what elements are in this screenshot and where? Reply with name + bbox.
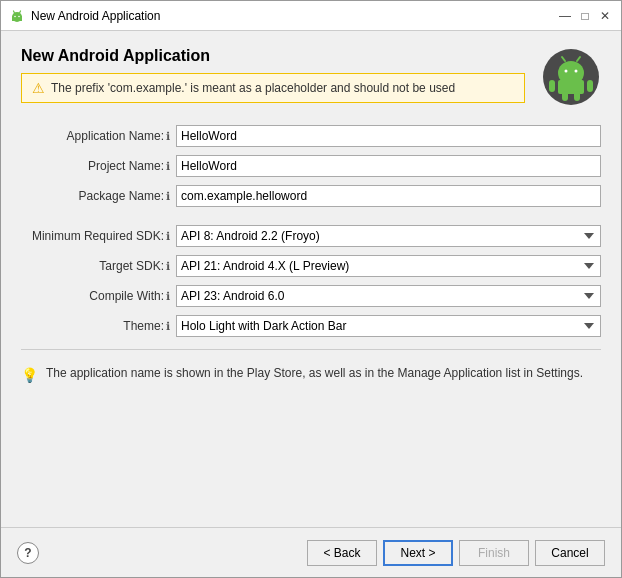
android-title-icon: [9, 8, 25, 24]
package-name-row: Package Name: ℹ: [21, 185, 601, 207]
compile-with-info-icon[interactable]: ℹ: [166, 290, 170, 303]
theme-info-icon[interactable]: ℹ: [166, 320, 170, 333]
title-bar-left: New Android Application: [9, 8, 160, 24]
package-name-info-icon[interactable]: ℹ: [166, 190, 170, 203]
bulb-icon: 💡: [21, 367, 38, 383]
main-window: New Android Application — □ ✕ New Androi…: [0, 0, 622, 578]
maximize-button[interactable]: □: [577, 8, 593, 24]
svg-rect-16: [574, 91, 580, 101]
svg-rect-15: [562, 91, 568, 101]
theme-label: Theme: ℹ: [21, 319, 176, 333]
form-area: Application Name: ℹ Project Name: ℹ Pack…: [21, 125, 601, 527]
svg-point-10: [575, 70, 578, 73]
theme-row: Theme: ℹ Holo Light with Dark Action Bar…: [21, 315, 601, 337]
footer-right: < Back Next > Finish Cancel: [307, 540, 605, 566]
back-button[interactable]: < Back: [307, 540, 377, 566]
help-button[interactable]: ?: [17, 542, 39, 564]
svg-point-9: [565, 70, 568, 73]
theme-select[interactable]: Holo Light with Dark Action Bar Holo Dar…: [176, 315, 601, 337]
footer-area: ? < Back Next > Finish Cancel: [1, 527, 621, 577]
finish-button: Finish: [459, 540, 529, 566]
note-text-2: in Settings.: [520, 366, 583, 380]
application-name-label: Application Name: ℹ: [21, 129, 176, 143]
package-name-label: Package Name: ℹ: [21, 189, 176, 203]
svg-point-2: [14, 15, 16, 17]
project-name-row: Project Name: ℹ: [21, 155, 601, 177]
package-name-input[interactable]: [176, 185, 601, 207]
minimum-sdk-info-icon[interactable]: ℹ: [166, 230, 170, 243]
svg-line-5: [20, 11, 21, 13]
minimum-sdk-select[interactable]: API 8: Android 2.2 (Froyo) API 14: Andro…: [176, 225, 601, 247]
svg-rect-1: [12, 16, 22, 21]
project-name-info-icon[interactable]: ℹ: [166, 160, 170, 173]
application-name-info-icon[interactable]: ℹ: [166, 130, 170, 143]
target-sdk-label: Target SDK: ℹ: [21, 259, 176, 273]
warning-box: ⚠ The prefix 'com.example.' is meant as …: [21, 73, 525, 103]
title-bar: New Android Application — □ ✕: [1, 1, 621, 31]
target-sdk-info-icon[interactable]: ℹ: [166, 260, 170, 273]
title-bar-controls: — □ ✕: [557, 8, 613, 24]
note-content: The application name is shown in the Pla…: [46, 366, 583, 380]
page-title: New Android Application: [21, 47, 525, 65]
page-header: New Android Application ⚠ The prefix 'co…: [21, 47, 601, 115]
form-divider: [21, 349, 601, 350]
note-link[interactable]: Manage Application list: [398, 366, 521, 380]
svg-point-3: [18, 15, 20, 17]
info-note: 💡 The application name is shown in the P…: [21, 362, 601, 387]
minimum-sdk-row: Minimum Required SDK: ℹ API 8: Android 2…: [21, 225, 601, 247]
compile-with-label: Compile With: ℹ: [21, 289, 176, 303]
application-name-input[interactable]: [176, 125, 601, 147]
android-logo: [541, 47, 601, 107]
application-name-row: Application Name: ℹ: [21, 125, 601, 147]
svg-line-4: [14, 11, 15, 13]
note-text-1: The application name is shown in the Pla…: [46, 366, 398, 380]
close-button[interactable]: ✕: [597, 8, 613, 24]
target-sdk-row: Target SDK: ℹ API 21: Android 4.X (L Pre…: [21, 255, 601, 277]
compile-with-row: Compile With: ℹ API 23: Android 6.0 API …: [21, 285, 601, 307]
svg-rect-8: [558, 80, 584, 94]
project-name-input[interactable]: [176, 155, 601, 177]
compile-with-select[interactable]: API 23: Android 6.0 API 22: Android 5.1: [176, 285, 601, 307]
svg-rect-13: [549, 80, 555, 92]
next-button[interactable]: Next >: [383, 540, 453, 566]
minimize-button[interactable]: —: [557, 8, 573, 24]
svg-rect-14: [587, 80, 593, 92]
target-sdk-select[interactable]: API 21: Android 4.X (L Preview) API 22: …: [176, 255, 601, 277]
cancel-button[interactable]: Cancel: [535, 540, 605, 566]
content-area: New Android Application ⚠ The prefix 'co…: [1, 31, 621, 527]
window-title: New Android Application: [31, 9, 160, 23]
warning-icon: ⚠: [32, 80, 45, 96]
project-name-label: Project Name: ℹ: [21, 159, 176, 173]
minimum-sdk-label: Minimum Required SDK: ℹ: [21, 229, 176, 243]
page-header-left: New Android Application ⚠ The prefix 'co…: [21, 47, 525, 115]
warning-text: The prefix 'com.example.' is meant as a …: [51, 81, 455, 95]
footer-left: ?: [17, 542, 39, 564]
